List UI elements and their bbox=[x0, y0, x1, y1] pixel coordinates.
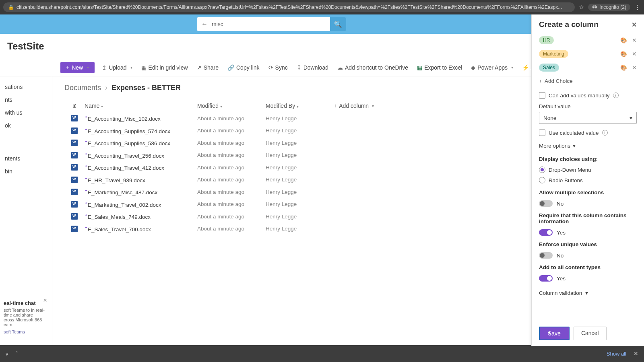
sync-button[interactable]: ⟳Sync bbox=[267, 63, 289, 72]
download-button[interactable]: ↧Download bbox=[295, 63, 330, 72]
palette-icon[interactable]: 🎨 bbox=[620, 37, 627, 43]
share-button[interactable]: ↗Share bbox=[195, 63, 220, 72]
close-icon[interactable]: ✕ bbox=[632, 64, 637, 71]
checkbox-icon bbox=[539, 130, 545, 136]
close-icon[interactable]: ✕ bbox=[632, 51, 637, 57]
all-types-toggle[interactable]: Yes bbox=[539, 274, 637, 283]
export-excel-button[interactable]: ▦Export to Excel bbox=[415, 63, 464, 72]
info-icon[interactable]: i bbox=[602, 130, 608, 136]
nav-item[interactable]: ntents bbox=[3, 152, 49, 165]
file-name[interactable]: ✦E_Sales_Travel_700.docx bbox=[85, 226, 197, 232]
add-column-label: Add column bbox=[339, 103, 369, 109]
nav-item[interactable]: with us bbox=[3, 106, 49, 119]
unique-toggle[interactable]: No bbox=[539, 251, 637, 260]
save-button[interactable]: Save ↖ bbox=[539, 327, 570, 340]
breadcrumb-parent[interactable]: Documents bbox=[64, 84, 101, 92]
modified-by-cell[interactable]: Henry Legge bbox=[266, 115, 334, 121]
modified-by-cell[interactable]: Henry Legge bbox=[266, 177, 334, 183]
radio-radio-buttons[interactable]: Radio Buttons bbox=[539, 176, 637, 185]
palette-icon[interactable]: 🎨 bbox=[620, 51, 627, 57]
file-name[interactable]: ✦E_Accounting_Misc_102.docx bbox=[85, 115, 197, 122]
modified-by-column-header[interactable]: Modified By▾ bbox=[266, 103, 334, 109]
shortcut-button[interactable]: ☁Add shortcut to OneDrive bbox=[336, 63, 410, 72]
choice-chip[interactable]: Marketing bbox=[539, 50, 568, 58]
require-toggle[interactable]: Yes bbox=[539, 228, 637, 237]
choice-chip[interactable]: Sales bbox=[539, 64, 559, 72]
nav-item[interactable]: bin bbox=[3, 165, 49, 178]
close-icon[interactable]: ✕ bbox=[43, 298, 47, 303]
add-choice-button[interactable]: + Add Choice bbox=[539, 76, 637, 86]
modified-cell: About a minute ago bbox=[197, 226, 266, 232]
upload-button[interactable]: ↥Upload▾ bbox=[100, 63, 134, 72]
chevron-down-icon: ▾ bbox=[130, 65, 132, 70]
cursor-icon: ↖ bbox=[548, 331, 552, 336]
file-name[interactable]: ✦E_Accounting_Travel_412.docx bbox=[85, 164, 197, 171]
column-validation-toggle[interactable]: Column validation ▾ bbox=[539, 287, 637, 298]
incognito-badge[interactable]: 🕶 Incognito (2) bbox=[588, 4, 630, 11]
incognito-label: Incognito (2) bbox=[599, 4, 626, 10]
file-name[interactable]: ✦E_Accounting_Supplies_574.docx bbox=[85, 128, 197, 134]
site-title[interactable]: TestSite bbox=[7, 41, 44, 52]
chevron-down-icon: ▾ bbox=[585, 290, 588, 296]
edit-grid-button[interactable]: ▦Edit in grid view bbox=[140, 63, 190, 72]
modified-cell: About a minute ago bbox=[197, 189, 266, 195]
nav-item[interactable]: nts bbox=[3, 93, 49, 106]
chat-link[interactable]: soft Teams bbox=[4, 329, 45, 334]
modified-by-cell[interactable]: Henry Legge bbox=[266, 140, 334, 146]
cancel-button[interactable]: Cancel bbox=[574, 327, 607, 340]
modified-by-cell[interactable]: Henry Legge bbox=[266, 201, 334, 207]
checkbox-icon bbox=[539, 92, 545, 99]
close-icon[interactable]: ✕ bbox=[632, 21, 637, 29]
choice-chip[interactable]: HR bbox=[539, 36, 554, 44]
more-options-toggle[interactable]: More options ▾ bbox=[539, 141, 637, 150]
file-name[interactable]: ✦E_Marketing_Travel_002.docx bbox=[85, 201, 197, 208]
power-apps-button[interactable]: ◆Power Apps▾ bbox=[469, 63, 515, 72]
default-value-select[interactable]: None ▾ bbox=[539, 112, 637, 124]
file-type-header[interactable]: 🗎 bbox=[64, 103, 85, 109]
url-field[interactable]: 🔒 citizenbuilders.sharepoint.com/sites/T… bbox=[3, 2, 575, 12]
require-label: Require that this column contains inform… bbox=[539, 212, 637, 224]
nav-item[interactable]: sations bbox=[3, 80, 49, 93]
copy-link-button[interactable]: 🔗Copy link bbox=[226, 63, 261, 72]
chevron-up-icon[interactable]: ˄ bbox=[16, 351, 18, 356]
add-column-header[interactable]: +Add column▾ bbox=[334, 103, 394, 109]
file-name[interactable]: ✦E_HR_Travel_989.docx bbox=[85, 177, 197, 183]
modified-cell: About a minute ago bbox=[197, 152, 266, 158]
search-back-icon[interactable]: ← bbox=[197, 21, 212, 28]
search-button[interactable]: 🔍 bbox=[330, 17, 346, 31]
use-calculated-checkbox[interactable]: Use calculated value i bbox=[539, 128, 637, 138]
chrome-menu-icon[interactable]: ⋮ bbox=[634, 4, 641, 11]
modified-by-cell[interactable]: Henry Legge bbox=[266, 189, 334, 195]
share-icon: ↗ bbox=[197, 64, 202, 71]
file-name[interactable]: ✦E_Accounting_Travel_256.docx bbox=[85, 152, 197, 159]
close-icon[interactable]: ✕ bbox=[634, 350, 638, 357]
name-column-header[interactable]: Name▾ bbox=[85, 103, 197, 109]
modified-column-header[interactable]: Modified▾ bbox=[197, 103, 266, 109]
modified-by-cell[interactable]: Henry Legge bbox=[266, 152, 334, 158]
allow-multi-toggle[interactable]: No bbox=[539, 199, 637, 208]
nav-item[interactable]: ok bbox=[3, 119, 49, 132]
new-button[interactable]: + New ▾ bbox=[60, 62, 95, 73]
radio-dropdown-menu[interactable]: Drop-Down Menu bbox=[539, 165, 637, 174]
palette-icon[interactable]: 🎨 bbox=[620, 64, 627, 71]
file-name[interactable]: ✦E_Marketing_Misc_487.docx bbox=[85, 189, 197, 195]
toggle-icon bbox=[539, 200, 553, 207]
download-item[interactable]: v bbox=[6, 351, 8, 357]
modified-by-cell[interactable]: Henry Legge bbox=[266, 214, 334, 220]
file-name[interactable]: ✦E_Sales_Meals_749.docx bbox=[85, 213, 197, 220]
info-icon[interactable]: i bbox=[613, 93, 619, 98]
close-icon[interactable]: ✕ bbox=[632, 37, 637, 43]
file-name[interactable]: ✦E_Accounting_Supplies_586.docx bbox=[85, 140, 197, 146]
create-column-panel: Create a column ✕ HR🎨✕Marketing🎨✕Sales🎨✕… bbox=[531, 14, 644, 346]
modified-by-cell[interactable]: Henry Legge bbox=[266, 128, 334, 134]
word-file-icon bbox=[71, 226, 78, 232]
bookmark-star-icon[interactable]: ☆ bbox=[579, 4, 584, 10]
show-all-link[interactable]: Show all bbox=[607, 351, 626, 357]
modified-by-cell[interactable]: Henry Legge bbox=[266, 165, 334, 171]
modified-by-cell[interactable]: Henry Legge bbox=[266, 226, 334, 232]
panel-footer: Save ↖ Cancel bbox=[532, 321, 644, 346]
allow-multi-label: Allow multiple selections bbox=[539, 189, 637, 195]
plus-icon: + bbox=[539, 78, 542, 84]
search-input[interactable] bbox=[212, 21, 330, 27]
can-add-manually-checkbox[interactable]: Can add values manually i bbox=[539, 90, 637, 100]
